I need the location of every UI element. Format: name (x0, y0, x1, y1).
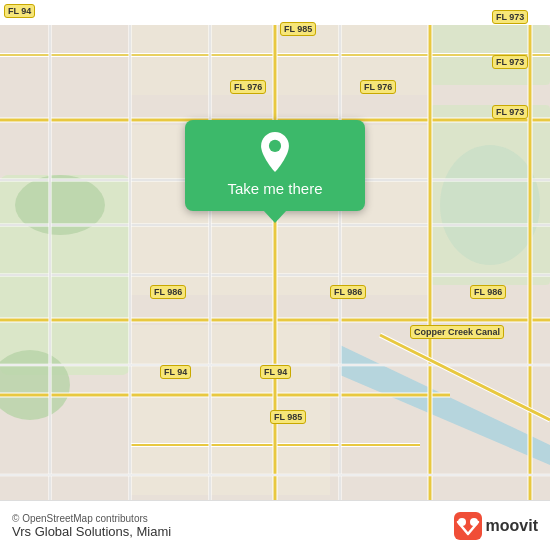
road-badge-fl973-top-right: FL 973 (492, 10, 528, 24)
location-pin-icon (255, 132, 295, 172)
moovit-logo[interactable]: moovit (454, 512, 538, 540)
attribution-text: © OpenStreetMap contributors (12, 513, 171, 524)
road-badge-fl94-mid: FL 94 (160, 365, 191, 379)
road-badge-fl986-right: FL 986 (470, 285, 506, 299)
road-badge-fl973-right2: FL 973 (492, 105, 528, 119)
popup-card[interactable]: Take me there (185, 120, 365, 211)
bottom-bar: © OpenStreetMap contributors Vrs Global … (0, 500, 550, 550)
svg-point-6 (440, 145, 540, 265)
map-container: FL 985FL 973FL 973FL 976FL 976FL 973FL 9… (0, 0, 550, 550)
road-badge-fl986-mid: FL 986 (330, 285, 366, 299)
svg-rect-48 (454, 512, 482, 540)
road-badge-fl973-mid-right: FL 973 (492, 55, 528, 69)
road-badge-fl985-bot: FL 985 (270, 410, 306, 424)
location-text: Vrs Global Solutions, Miami (12, 524, 171, 539)
road-badge-fl976-left: FL 976 (230, 80, 266, 94)
popup-label: Take me there (227, 180, 322, 197)
road-badge-fl94-left2: FL 94 (4, 4, 35, 18)
map-roads (0, 0, 550, 550)
moovit-brand-text: moovit (486, 517, 538, 535)
moovit-icon (454, 512, 482, 540)
road-badge-fl976-right: FL 976 (360, 80, 396, 94)
svg-point-47 (269, 140, 281, 152)
road-badge-fl94-mid2: FL 94 (260, 365, 291, 379)
bottom-left: © OpenStreetMap contributors Vrs Global … (12, 513, 171, 539)
road-badge-fl985-top: FL 985 (280, 22, 316, 36)
road-badge-copper-creek: Copper Creek Canal (410, 325, 504, 339)
road-badge-fl986-left: FL 986 (150, 285, 186, 299)
